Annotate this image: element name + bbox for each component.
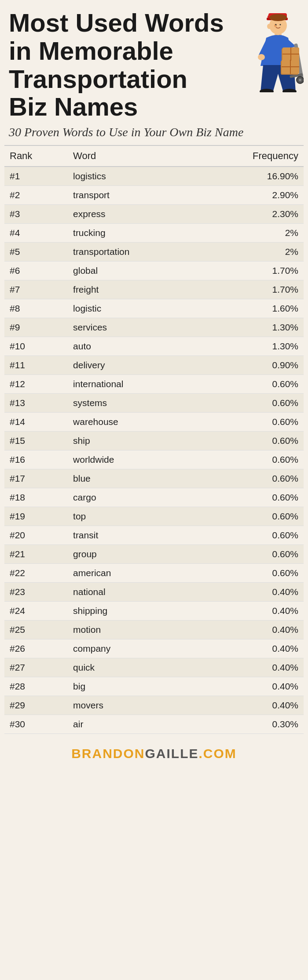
- cell-rank: #15: [4, 431, 68, 450]
- cell-frequency: 0.60%: [196, 488, 304, 507]
- cell-word: cargo: [68, 488, 196, 507]
- cell-frequency: 2%: [196, 242, 304, 261]
- cell-rank: #25: [4, 620, 68, 639]
- table-row: #11delivery0.90%: [4, 356, 304, 374]
- svg-point-5: [275, 24, 277, 25]
- cell-frequency: 0.60%: [196, 431, 304, 450]
- table-row: #17blue0.60%: [4, 469, 304, 488]
- words-table: Rank Word Frequency #1logistics16.90%#2t…: [4, 145, 304, 734]
- table-row: #22american0.60%: [4, 563, 304, 582]
- table-row: #10auto1.30%: [4, 337, 304, 356]
- page-subtitle: 30 Proven Words to Use in Your Own Biz N…: [9, 124, 299, 140]
- cell-rank: #16: [4, 450, 68, 469]
- table-row: #15ship0.60%: [4, 431, 304, 450]
- cell-rank: #4: [4, 223, 68, 242]
- cell-rank: #2: [4, 185, 68, 204]
- cell-rank: #23: [4, 582, 68, 601]
- svg-point-10: [258, 54, 265, 60]
- col-header-rank: Rank: [4, 145, 68, 167]
- cell-word: warehouse: [68, 412, 196, 431]
- cell-frequency: 0.40%: [196, 658, 304, 677]
- cell-rank: #29: [4, 696, 68, 715]
- cell-rank: #20: [4, 526, 68, 544]
- cell-word: american: [68, 563, 196, 582]
- cell-rank: #27: [4, 658, 68, 677]
- cell-rank: #7: [4, 280, 68, 299]
- cell-frequency: 0.90%: [196, 356, 304, 374]
- cell-frequency: 0.60%: [196, 412, 304, 431]
- cell-word: blue: [68, 469, 196, 488]
- table-row: #3express2.30%: [4, 204, 304, 223]
- cell-frequency: 0.60%: [196, 544, 304, 563]
- col-header-frequency: Frequency: [196, 145, 304, 167]
- table-row: #20transit0.60%: [4, 526, 304, 544]
- table-header-row: Rank Word Frequency: [4, 145, 304, 167]
- cell-rank: #18: [4, 488, 68, 507]
- cell-word: freight: [68, 280, 196, 299]
- cell-rank: #26: [4, 639, 68, 658]
- cell-word: company: [68, 639, 196, 658]
- cell-word: express: [68, 204, 196, 223]
- cell-rank: #10: [4, 337, 68, 356]
- cell-word: logistics: [68, 167, 196, 186]
- table-row: #7freight1.70%: [4, 280, 304, 299]
- cell-word: motion: [68, 620, 196, 639]
- table-row: #1logistics16.90%: [4, 167, 304, 186]
- cell-word: trucking: [68, 223, 196, 242]
- cell-rank: #1: [4, 167, 68, 186]
- svg-point-7: [267, 24, 271, 29]
- footer-gaille: GAILLE: [145, 746, 199, 761]
- table-row: #21group0.60%: [4, 544, 304, 563]
- svg-point-6: [280, 24, 281, 25]
- table-row: #14warehouse0.60%: [4, 412, 304, 431]
- cell-rank: #19: [4, 507, 68, 526]
- cell-word: logistic: [68, 299, 196, 318]
- cell-frequency: 0.40%: [196, 639, 304, 658]
- cell-rank: #30: [4, 715, 68, 733]
- cell-frequency: 0.40%: [196, 696, 304, 715]
- cell-frequency: 0.60%: [196, 469, 304, 488]
- cell-frequency: 0.60%: [196, 507, 304, 526]
- cell-rank: #24: [4, 601, 68, 620]
- table-row: #29movers0.40%: [4, 696, 304, 715]
- cell-word: big: [68, 677, 196, 696]
- cell-rank: #13: [4, 393, 68, 412]
- cell-frequency: 16.90%: [196, 167, 304, 186]
- cell-word: international: [68, 374, 196, 393]
- cell-word: quick: [68, 658, 196, 677]
- cell-frequency: 0.60%: [196, 526, 304, 544]
- cell-word: transit: [68, 526, 196, 544]
- table-row: #19top0.60%: [4, 507, 304, 526]
- cell-word: movers: [68, 696, 196, 715]
- cell-word: systems: [68, 393, 196, 412]
- cell-rank: #8: [4, 299, 68, 318]
- col-header-word: Word: [68, 145, 196, 167]
- cell-frequency: 0.60%: [196, 374, 304, 393]
- cell-frequency: 1.70%: [196, 280, 304, 299]
- cell-frequency: 0.40%: [196, 677, 304, 696]
- cell-word: top: [68, 507, 196, 526]
- table-row: #23national0.40%: [4, 582, 304, 601]
- table-row: #12international0.60%: [4, 374, 304, 393]
- cell-frequency: 1.60%: [196, 299, 304, 318]
- table-row: #13systems0.60%: [4, 393, 304, 412]
- cell-word: worldwide: [68, 450, 196, 469]
- cell-frequency: 0.60%: [196, 393, 304, 412]
- cell-rank: #12: [4, 374, 68, 393]
- table-row: #28big0.40%: [4, 677, 304, 696]
- table-row: #4trucking2%: [4, 223, 304, 242]
- table-row: #5transportation2%: [4, 242, 304, 261]
- cell-frequency: 0.40%: [196, 620, 304, 639]
- cell-word: ship: [68, 431, 196, 450]
- cell-frequency: 2%: [196, 223, 304, 242]
- cell-rank: #3: [4, 204, 68, 223]
- cell-frequency: 1.30%: [196, 318, 304, 337]
- cell-word: national: [68, 582, 196, 601]
- cell-rank: #11: [4, 356, 68, 374]
- table-row: #27quick0.40%: [4, 658, 304, 677]
- table-row: #18cargo0.60%: [4, 488, 304, 507]
- cell-frequency: 0.40%: [196, 582, 304, 601]
- cell-rank: #21: [4, 544, 68, 563]
- page-title: Most Used Words in Memorable Transportat…: [9, 9, 229, 121]
- page-container: Most Used Words in Memorable Transportat…: [0, 0, 308, 769]
